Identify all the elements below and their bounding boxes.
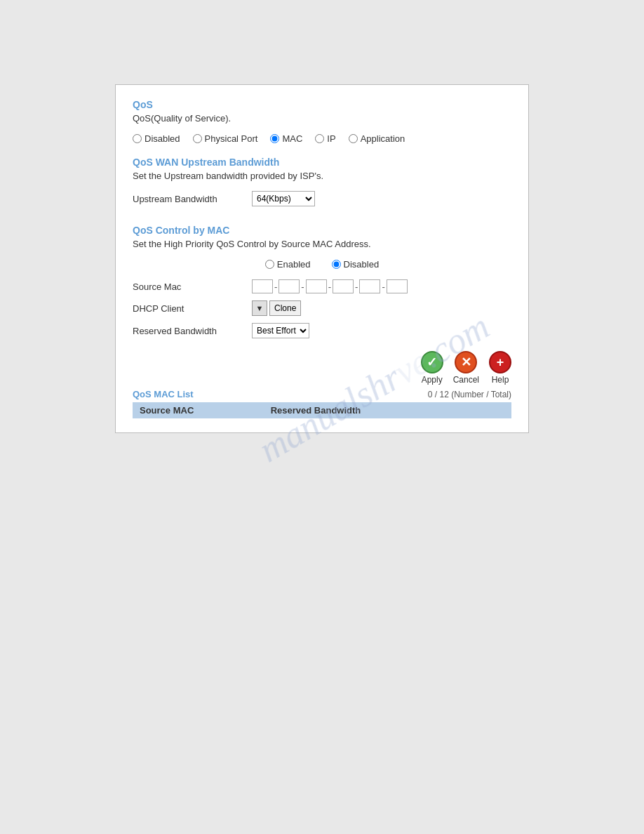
clone-button[interactable]: Clone	[269, 300, 301, 316]
col-reserved-bandwidth: Reserved Bandwidth	[264, 402, 511, 418]
radio-physical-port-input[interactable]	[193, 134, 202, 143]
mac-fields: - - - - -	[252, 279, 408, 293]
radio-enabled[interactable]: Enabled	[265, 259, 311, 270]
mac-list-header: QoS MAC List 0 / 12 (Number / Total)	[133, 389, 511, 399]
mac-list-title: QoS MAC List	[133, 389, 194, 399]
cancel-button[interactable]: ✕ Cancel	[453, 351, 479, 385]
radio-mac-disabled-input[interactable]	[332, 260, 341, 269]
wan-title: QoS WAN Upstream Bandwidth	[133, 157, 511, 168]
mac-sep-1: -	[274, 282, 277, 292]
mac-sep-5: -	[382, 282, 384, 292]
radio-enabled-label: Enabled	[277, 259, 311, 270]
upstream-bandwidth-select[interactable]: 64(Kbps) 128(Kbps) 256(Kbps) 512(Kbps) 1…	[252, 191, 315, 206]
radio-application[interactable]: Application	[349, 133, 405, 144]
radio-physical-port[interactable]: Physical Port	[193, 133, 258, 144]
dhcp-controls: ▼ Clone	[252, 300, 301, 316]
radio-application-label: Application	[361, 133, 405, 144]
mac-field-5[interactable]	[359, 279, 380, 293]
col-source-mac: Source MAC	[133, 402, 264, 418]
table-header: Source MAC Reserved Bandwidth	[133, 402, 511, 418]
mac-field-3[interactable]	[306, 279, 327, 293]
radio-application-input[interactable]	[349, 134, 358, 143]
control-title: QoS Control by MAC	[133, 225, 511, 236]
mac-field-2[interactable]	[279, 279, 300, 293]
radio-mac-disabled[interactable]: Disabled	[332, 259, 380, 270]
upstream-label: Upstream Bandwidth	[133, 194, 252, 204]
help-icon: +	[489, 351, 511, 373]
apply-label: Apply	[422, 375, 443, 385]
mac-field-1[interactable]	[252, 279, 273, 293]
cancel-label: Cancel	[453, 375, 479, 385]
apply-icon: ✓	[421, 351, 443, 373]
help-button[interactable]: + Help	[489, 351, 511, 385]
qos-panel: QoS QoS(Quality of Service). Disabled Ph…	[115, 84, 529, 433]
dhcp-client-row: DHCP Client ▼ Clone	[133, 300, 511, 316]
radio-physical-port-label: Physical Port	[205, 133, 258, 144]
mac-sep-4: -	[355, 282, 358, 292]
source-mac-label: Source Mac	[133, 282, 252, 292]
mac-field-6[interactable]	[387, 279, 408, 293]
mac-sep-2: -	[301, 282, 304, 292]
wan-desc: Set the Upstream bandwidth provided by I…	[133, 171, 511, 181]
reserved-bandwidth-label: Reserved Bandwidth	[133, 326, 252, 336]
mac-list-count: 0 / 12 (Number / Total)	[428, 390, 511, 399]
mac-field-4[interactable]	[333, 279, 354, 293]
cancel-icon: ✕	[455, 351, 477, 373]
radio-disabled[interactable]: Disabled	[133, 133, 180, 144]
radio-mac[interactable]: MAC	[270, 133, 302, 144]
radio-mac-label: MAC	[282, 133, 302, 144]
reserved-bandwidth-select[interactable]: Best Effort 10% 20% 30% 40% 50%	[252, 323, 309, 338]
radio-ip-input[interactable]	[315, 134, 324, 143]
action-row: ✓ Apply ✕ Cancel + Help	[133, 351, 511, 385]
mac-sep-3: -	[328, 282, 331, 292]
radio-enabled-input[interactable]	[265, 260, 274, 269]
radio-ip[interactable]: IP	[315, 133, 335, 144]
radio-mac-disabled-label: Disabled	[344, 259, 380, 270]
qos-desc: QoS(Quality of Service).	[133, 113, 511, 124]
enabled-disabled-row: Enabled Disabled	[133, 259, 511, 270]
control-desc: Set the High Priority QoS Control by Sou…	[133, 239, 511, 249]
dhcp-select-dropdown[interactable]: ▼	[252, 300, 267, 316]
qos-title: QoS	[133, 99, 511, 110]
reserved-bandwidth-row: Reserved Bandwidth Best Effort 10% 20% 3…	[133, 323, 511, 338]
apply-button[interactable]: ✓ Apply	[421, 351, 443, 385]
dhcp-client-label: DHCP Client	[133, 303, 252, 314]
radio-mac-input[interactable]	[270, 134, 279, 143]
qos-mode-radio-group: Disabled Physical Port MAC IP Applicatio…	[133, 133, 511, 144]
upstream-bandwidth-row: Upstream Bandwidth 64(Kbps) 128(Kbps) 25…	[133, 191, 511, 206]
radio-disabled-label: Disabled	[145, 133, 180, 144]
radio-disabled-input[interactable]	[133, 134, 142, 143]
help-label: Help	[492, 375, 509, 385]
radio-ip-label: IP	[327, 133, 335, 144]
source-mac-row: Source Mac - - - - -	[133, 279, 511, 293]
